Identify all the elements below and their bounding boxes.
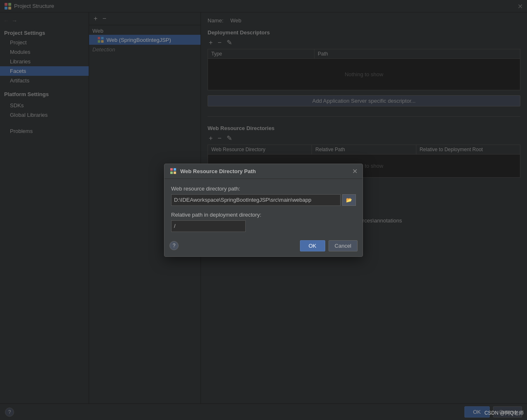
web-resource-dir-input[interactable] [171, 194, 341, 206]
modal-close-icon[interactable]: ✕ [352, 167, 358, 175]
modal-input-row2 [171, 220, 356, 232]
modal-titlebar: Web Resource Directory Path ✕ [164, 164, 363, 179]
svg-rect-9 [174, 168, 176, 171]
modal-input-row1: 📂 [171, 194, 356, 206]
modal-field2-label: Relative path in deployment directory: [171, 212, 356, 218]
modal-overlay: Web Resource Directory Path ✕ Web resour… [0, 0, 527, 420]
svg-rect-8 [170, 168, 173, 171]
svg-rect-10 [170, 171, 173, 174]
folder-icon: 📂 [346, 197, 352, 203]
modal-dialog: Web Resource Directory Path ✕ Web resour… [164, 164, 363, 257]
modal-cancel-button[interactable]: Cancel [329, 240, 358, 251]
relative-path-input[interactable] [171, 220, 246, 232]
browse-button[interactable]: 📂 [342, 194, 356, 206]
modal-icon [169, 167, 177, 175]
modal-footer: ? OK Cancel [164, 237, 363, 256]
watermark: CSDN @阿Q老师 [484, 410, 524, 417]
modal-body: Web resource directory path: 📂 Relative … [164, 179, 363, 237]
modal-btn-group: OK Cancel [300, 240, 358, 251]
modal-ok-button[interactable]: OK [300, 240, 325, 251]
svg-rect-11 [174, 171, 176, 174]
modal-title: Web Resource Directory Path [180, 168, 349, 174]
modal-help-button[interactable]: ? [169, 241, 179, 250]
modal-field1-label: Web resource directory path: [171, 186, 356, 192]
